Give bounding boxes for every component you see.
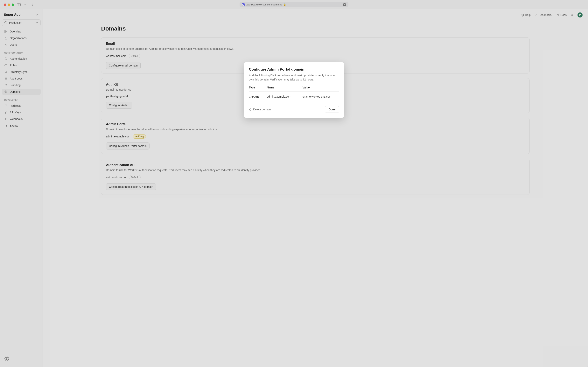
- dns-record-row: CNAME admin.example.com cname.workos-dns…: [249, 92, 339, 102]
- dns-record-name: admin.example.com: [267, 95, 302, 98]
- delete-domain-button[interactable]: Delete domain: [249, 108, 271, 111]
- modal-subtitle: Add the following DNS record to your dom…: [249, 74, 339, 82]
- dns-header-type: Type: [249, 86, 267, 89]
- configure-domain-modal: Configure Admin Portal domain Add the fo…: [244, 62, 344, 118]
- dns-table: Type Name Value CNAME admin.example.com …: [249, 86, 339, 102]
- dns-record-type: CNAME: [249, 95, 267, 98]
- modal-title: Configure Admin Portal domain: [249, 67, 339, 72]
- modal-overlay[interactable]: Configure Admin Portal domain Add the fo…: [0, 0, 588, 367]
- dns-header-value: Value: [302, 86, 339, 89]
- dns-record-value: cname.workos-dns.com: [302, 95, 339, 98]
- done-button[interactable]: Done: [325, 106, 339, 113]
- svg-rect-47: [250, 109, 251, 110]
- dns-header-name: Name: [267, 86, 302, 89]
- trash-icon: [249, 108, 252, 111]
